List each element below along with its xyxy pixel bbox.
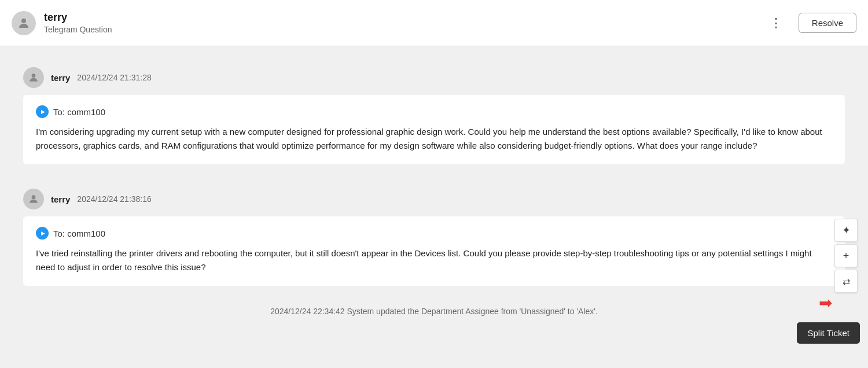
message-to-2: To: comm100 — [36, 227, 832, 240]
msg-avatar-2 — [23, 189, 44, 209]
header-info: terry Telegram Question — [44, 12, 112, 35]
msg-sender-1: terry — [51, 73, 70, 83]
add-button[interactable]: + — [834, 244, 858, 267]
tooltip-label: Split Ticket — [807, 328, 849, 338]
svg-point-2 — [32, 195, 36, 199]
telegram-icon-1 — [36, 105, 49, 118]
message-to-1: To: comm100 — [36, 105, 832, 118]
message-text-1: I'm considering upgrading my current set… — [36, 125, 832, 153]
message-to-label-2: To: comm100 — [53, 229, 105, 238]
message-to-label-1: To: comm100 — [53, 107, 105, 117]
msg-time-1: 2024/12/24 21:31:28 — [77, 73, 151, 82]
sparkle-icon: ✦ — [842, 224, 851, 237]
footer-status: 2024/12/24 22:34:42 System updated the D… — [12, 301, 856, 318]
split-ticket-tooltip: Split Ticket — [797, 322, 860, 344]
avatar — [12, 11, 36, 35]
plus-icon: + — [843, 250, 849, 262]
msg-avatar-1 — [23, 67, 44, 88]
fab-container: ✦ + ⇄ — [834, 219, 858, 293]
msg-time-2: 2024/12/24 21:38:16 — [77, 194, 151, 204]
message-meta-1: terry 2024/12/24 21:31:28 — [23, 67, 845, 88]
split-icon: ⇄ — [843, 276, 850, 287]
status-text: 2024/12/24 22:34:42 System updated the D… — [270, 307, 598, 316]
telegram-icon-2 — [36, 227, 49, 240]
message-card-1: To: comm100 I'm considering upgrading my… — [23, 95, 845, 164]
header-subtitle: Telegram Question — [44, 25, 112, 34]
svg-point-1 — [32, 73, 36, 78]
message-meta-2: terry 2024/12/24 21:38:16 — [23, 189, 845, 209]
conversation-header: terry Telegram Question ⋮ Resolve — [0, 0, 868, 46]
header-username: terry — [44, 12, 112, 24]
main-content: terry 2024/12/24 21:31:28 To: comm100 I'… — [0, 46, 868, 324]
header-left: terry Telegram Question — [12, 11, 112, 35]
header-right: ⋮ Resolve — [765, 13, 856, 33]
message-card-2: To: comm100 I've tried reinstalling the … — [23, 216, 845, 286]
sparkle-button[interactable]: ✦ — [834, 219, 858, 242]
msg-sender-2: terry — [51, 194, 70, 204]
svg-point-0 — [21, 19, 26, 23]
resolve-button[interactable]: Resolve — [799, 13, 856, 33]
message-block-2: terry 2024/12/24 21:38:16 To: comm100 I'… — [12, 179, 856, 296]
message-block-1: terry 2024/12/24 21:31:28 To: comm100 I'… — [12, 58, 856, 175]
red-arrow: ➡ — [819, 293, 832, 312]
message-text-2: I've tried reinstalling the printer driv… — [36, 246, 832, 274]
more-options-button[interactable]: ⋮ — [765, 13, 788, 33]
split-ticket-button[interactable]: ⇄ — [834, 270, 858, 293]
